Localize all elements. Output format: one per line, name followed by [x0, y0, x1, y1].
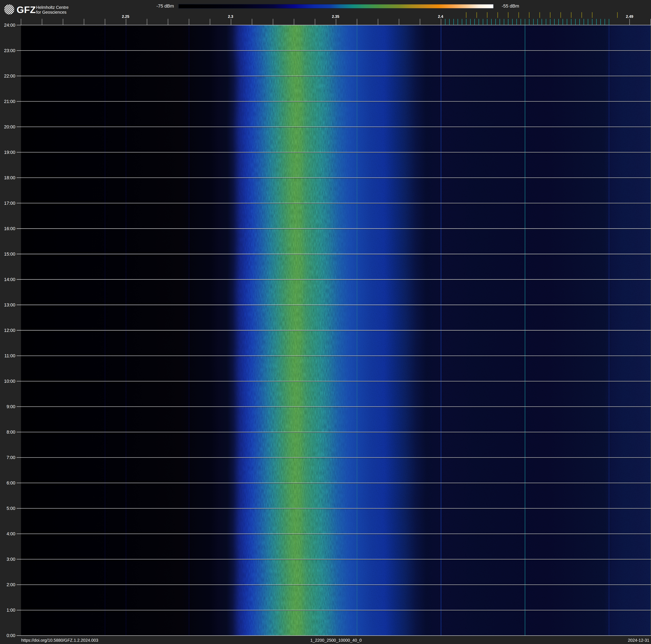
- svg-text:6:00: 6:00: [6, 480, 15, 486]
- svg-text:16:00: 16:00: [4, 226, 15, 231]
- svg-text:14:00: 14:00: [4, 277, 15, 282]
- svg-text:8:00: 8:00: [6, 430, 15, 435]
- svg-text:for Geosciences: for Geosciences: [36, 10, 67, 14]
- svg-text:22:00: 22:00: [4, 74, 15, 79]
- svg-text:9:00: 9:00: [6, 404, 15, 409]
- svg-text:23:00: 23:00: [4, 48, 15, 53]
- svg-text:3:00: 3:00: [6, 557, 15, 562]
- svg-text:2.3: 2.3: [228, 14, 233, 19]
- svg-text:2.25: 2.25: [122, 14, 129, 19]
- svg-text:2.35: 2.35: [332, 14, 339, 19]
- svg-text:15:00: 15:00: [4, 252, 15, 257]
- svg-text:20:00: 20:00: [4, 124, 15, 129]
- svg-text:2:00: 2:00: [6, 582, 15, 587]
- svg-text:-55 dBm: -55 dBm: [502, 3, 519, 9]
- svg-text:24:00: 24:00: [4, 23, 15, 28]
- svg-text:Helmholtz Centre: Helmholtz Centre: [36, 5, 69, 10]
- svg-text:4:00: 4:00: [6, 531, 15, 536]
- svg-text:2.4: 2.4: [438, 14, 443, 19]
- svg-text:11:00: 11:00: [4, 353, 15, 358]
- svg-text:2.49: 2.49: [626, 14, 633, 19]
- svg-text:7:00: 7:00: [6, 455, 15, 460]
- svg-text:18:00: 18:00: [4, 175, 15, 180]
- svg-text:2024-12-31: 2024-12-31: [628, 638, 649, 643]
- svg-text:-75 dBm: -75 dBm: [156, 3, 174, 9]
- svg-text:13:00: 13:00: [4, 302, 15, 308]
- svg-text:GFZ: GFZ: [17, 4, 36, 15]
- svg-text:1_2200_2500_10000_40_0: 1_2200_2500_10000_40_0: [310, 638, 362, 643]
- svg-text:10:00: 10:00: [4, 379, 15, 384]
- svg-text:1:00: 1:00: [6, 608, 15, 613]
- svg-text:12:00: 12:00: [4, 328, 15, 333]
- svg-text:5:00: 5:00: [6, 506, 15, 511]
- svg-text:https://doi.org/10.5880/GFZ.1.: https://doi.org/10.5880/GFZ.1.2.2024.003: [21, 638, 98, 643]
- svg-text:17:00: 17:00: [4, 201, 15, 206]
- svg-text:21:00: 21:00: [4, 99, 15, 104]
- svg-text:0:00: 0:00: [6, 633, 15, 638]
- svg-text:19:00: 19:00: [4, 150, 15, 155]
